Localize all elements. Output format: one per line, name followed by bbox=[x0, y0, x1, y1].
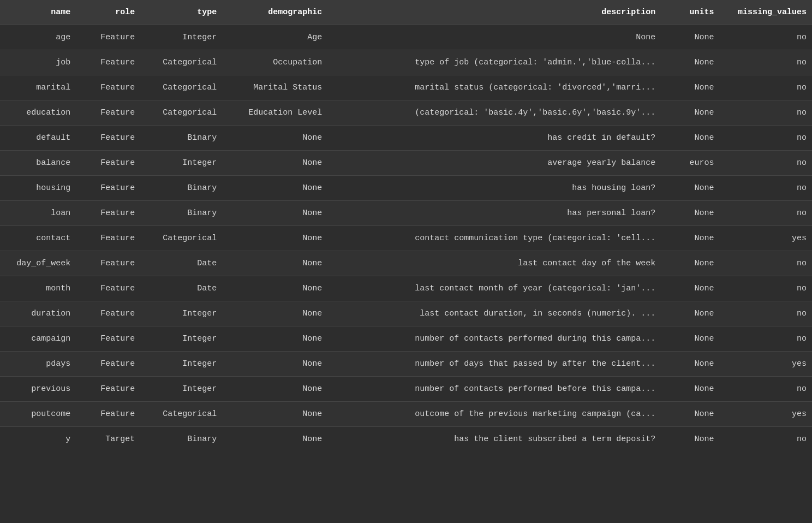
cell-description: None bbox=[327, 25, 661, 50]
cell-description: (categorical: 'basic.4y','basic.6y','bas… bbox=[327, 100, 661, 126]
cell-units: None bbox=[661, 126, 719, 151]
cell-name: default bbox=[0, 126, 76, 151]
cell-description: number of contacts performed before this… bbox=[327, 377, 661, 402]
cell-role: Feature bbox=[76, 25, 140, 50]
cell-role: Feature bbox=[76, 402, 140, 427]
cell-name: month bbox=[0, 276, 76, 301]
cell-description: has the client subscribed a term deposit… bbox=[327, 427, 661, 452]
cell-type: Date bbox=[140, 251, 222, 276]
cell-description: has housing loan? bbox=[327, 176, 661, 201]
cell-type: Binary bbox=[140, 126, 222, 151]
table-row: balanceFeatureIntegerNoneaverage yearly … bbox=[0, 151, 812, 176]
table-row: contactFeatureCategoricalNonecontact com… bbox=[0, 226, 812, 251]
cell-units: euros bbox=[661, 151, 719, 176]
cell-demographic: None bbox=[222, 151, 327, 176]
cell-type: Integer bbox=[140, 25, 222, 50]
cell-role: Feature bbox=[76, 276, 140, 301]
cell-type: Binary bbox=[140, 427, 222, 452]
cell-description: marital status (categorical: 'divorced',… bbox=[327, 75, 661, 100]
cell-missing_values: no bbox=[720, 201, 812, 226]
cell-name: housing bbox=[0, 176, 76, 201]
col-header-role: role bbox=[76, 0, 140, 25]
cell-name: campaign bbox=[0, 326, 76, 352]
cell-units: None bbox=[661, 402, 719, 427]
cell-missing_values: no bbox=[720, 326, 812, 352]
cell-name: duration bbox=[0, 301, 76, 326]
cell-role: Feature bbox=[76, 301, 140, 326]
cell-name: age bbox=[0, 25, 76, 50]
cell-demographic: Marital Status bbox=[222, 75, 327, 100]
table-row: poutcomeFeatureCategoricalNoneoutcome of… bbox=[0, 402, 812, 427]
cell-role: Feature bbox=[76, 151, 140, 176]
cell-type: Categorical bbox=[140, 100, 222, 126]
cell-units: None bbox=[661, 100, 719, 126]
col-header-description: description bbox=[327, 0, 661, 25]
table-row: durationFeatureIntegerNonelast contact d… bbox=[0, 301, 812, 326]
cell-demographic: None bbox=[222, 276, 327, 301]
cell-missing_values: yes bbox=[720, 226, 812, 251]
cell-units: None bbox=[661, 201, 719, 226]
cell-description: outcome of the previous marketing campai… bbox=[327, 402, 661, 427]
table-row: yTargetBinaryNonehas the client subscrib… bbox=[0, 427, 812, 452]
cell-demographic: None bbox=[222, 326, 327, 352]
cell-units: None bbox=[661, 176, 719, 201]
cell-name: job bbox=[0, 50, 76, 75]
cell-demographic: None bbox=[222, 352, 327, 377]
cell-units: None bbox=[661, 25, 719, 50]
cell-missing_values: yes bbox=[720, 402, 812, 427]
cell-type: Integer bbox=[140, 352, 222, 377]
cell-demographic: None bbox=[222, 201, 327, 226]
table-row: housingFeatureBinaryNonehas housing loan… bbox=[0, 176, 812, 201]
cell-missing_values: no bbox=[720, 151, 812, 176]
cell-units: None bbox=[661, 251, 719, 276]
cell-demographic: None bbox=[222, 301, 327, 326]
cell-missing_values: no bbox=[720, 126, 812, 151]
cell-description: type of job (categorical: 'admin.','blue… bbox=[327, 50, 661, 75]
cell-description: has credit in default? bbox=[327, 126, 661, 151]
cell-role: Feature bbox=[76, 100, 140, 126]
cell-missing_values: no bbox=[720, 276, 812, 301]
col-header-type: type bbox=[140, 0, 222, 25]
cell-missing_values: no bbox=[720, 50, 812, 75]
data-table: name role type demographic description u… bbox=[0, 0, 812, 451]
cell-type: Binary bbox=[140, 201, 222, 226]
cell-description: last contact month of year (categorical:… bbox=[327, 276, 661, 301]
cell-role: Feature bbox=[76, 201, 140, 226]
cell-demographic: None bbox=[222, 226, 327, 251]
cell-role: Feature bbox=[76, 50, 140, 75]
cell-units: None bbox=[661, 301, 719, 326]
cell-missing_values: no bbox=[720, 427, 812, 452]
col-header-name: name bbox=[0, 0, 76, 25]
table-row: pdaysFeatureIntegerNonenumber of days th… bbox=[0, 352, 812, 377]
cell-name: y bbox=[0, 427, 76, 452]
col-header-missing-values: missing_values bbox=[720, 0, 812, 25]
cell-description: has personal loan? bbox=[327, 201, 661, 226]
cell-type: Date bbox=[140, 276, 222, 301]
col-header-demographic: demographic bbox=[222, 0, 327, 25]
col-header-units: units bbox=[661, 0, 719, 25]
table-header-row: name role type demographic description u… bbox=[0, 0, 812, 25]
cell-missing_values: yes bbox=[720, 352, 812, 377]
cell-missing_values: no bbox=[720, 377, 812, 402]
cell-units: None bbox=[661, 326, 719, 352]
cell-name: contact bbox=[0, 226, 76, 251]
cell-units: None bbox=[661, 226, 719, 251]
cell-name: marital bbox=[0, 75, 76, 100]
cell-name: loan bbox=[0, 201, 76, 226]
cell-description: number of days that passed by after the … bbox=[327, 352, 661, 377]
cell-demographic: None bbox=[222, 427, 327, 452]
cell-name: previous bbox=[0, 377, 76, 402]
table-row: day_of_weekFeatureDateNonelast contact d… bbox=[0, 251, 812, 276]
cell-role: Feature bbox=[76, 352, 140, 377]
cell-units: None bbox=[661, 377, 719, 402]
table-row: loanFeatureBinaryNonehas personal loan?N… bbox=[0, 201, 812, 226]
cell-description: number of contacts performed during this… bbox=[327, 326, 661, 352]
cell-demographic: None bbox=[222, 402, 327, 427]
cell-demographic: None bbox=[222, 126, 327, 151]
cell-role: Feature bbox=[76, 326, 140, 352]
cell-type: Categorical bbox=[140, 402, 222, 427]
cell-description: last contact duration, in seconds (numer… bbox=[327, 301, 661, 326]
cell-missing_values: no bbox=[720, 176, 812, 201]
cell-name: poutcome bbox=[0, 402, 76, 427]
cell-role: Feature bbox=[76, 126, 140, 151]
